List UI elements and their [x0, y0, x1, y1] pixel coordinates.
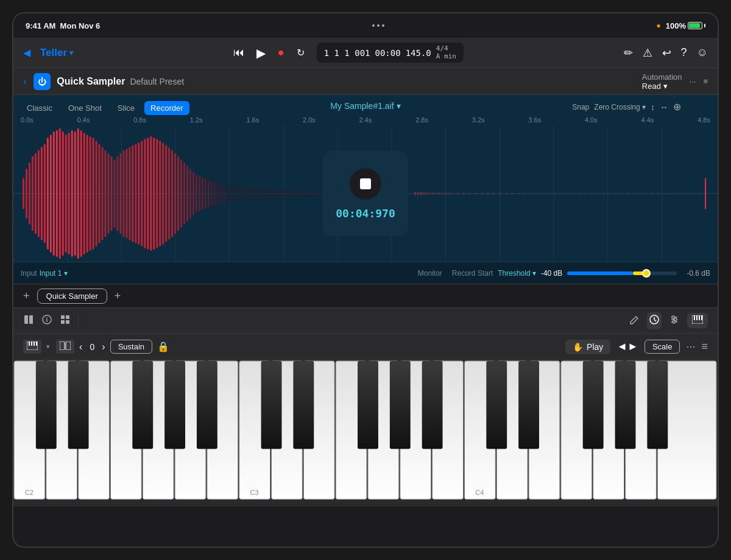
svg-rect-166 — [36, 341, 37, 346]
svg-rect-13 — [23, 178, 24, 209]
svg-rect-203 — [518, 361, 539, 449]
octave-down-button[interactable]: ‹ — [79, 341, 82, 352]
svg-rect-49 — [132, 145, 133, 242]
strum-icon[interactable]: ◄► — [616, 340, 638, 353]
threshold-type[interactable]: Threshold ▾ — [498, 269, 536, 278]
mode-classic[interactable]: Classic — [21, 101, 58, 115]
svg-rect-204 — [583, 361, 604, 449]
plugin-power-button[interactable]: ⏻ — [34, 73, 51, 90]
plugin-header-right: Automation Read ▾ ··· ≡ — [642, 72, 708, 91]
stop-recording-button[interactable] — [350, 168, 381, 200]
svg-rect-65 — [180, 159, 182, 228]
clock-active-icon[interactable] — [647, 312, 662, 329]
svg-rect-55 — [150, 136, 152, 250]
smiley-icon[interactable]: ☺ — [697, 46, 708, 59]
svg-rect-121 — [436, 192, 437, 195]
svg-rect-144 — [61, 315, 65, 319]
svg-rect-59 — [162, 143, 164, 245]
ruler-marks: 0.0s0.4s0.8s1.2s 1.6s2.0s2.4s2.8s 3.2s3.… — [21, 116, 710, 124]
svg-rect-97 — [278, 189, 280, 198]
play-mode-button[interactable]: ✋ Play — [565, 340, 610, 354]
svg-rect-125 — [448, 193, 450, 195]
automation-label: Automation — [642, 72, 682, 82]
svg-rect-107 — [308, 191, 309, 196]
keyboard-menu-button[interactable]: ≡ — [701, 340, 708, 353]
automation-value[interactable]: Read ▾ — [642, 82, 682, 91]
snap-value[interactable]: Zero Crossing ▾ — [594, 103, 646, 111]
piano-keyboard[interactable]: C2 C3 — [13, 360, 718, 506]
plugin-name-label: Quick Sampler — [57, 76, 125, 87]
svg-rect-14 — [26, 169, 27, 218]
mode-slice[interactable]: Slice — [111, 101, 141, 115]
svg-rect-106 — [305, 191, 306, 197]
sustain-button[interactable]: Sustain — [110, 340, 152, 354]
plugin-strip-add-right[interactable]: + — [115, 290, 121, 303]
transport-controls: ⏮ ▶ ● ↻ 1 1 1 001 00:00 145.0 4/4 A min — [233, 43, 464, 62]
plugin-menu-button[interactable]: ≡ — [703, 77, 708, 86]
threshold-slider[interactable] — [567, 271, 677, 275]
layout-icon[interactable] — [60, 314, 71, 327]
svg-rect-27 — [65, 135, 67, 252]
piano-toggle-icon[interactable] — [687, 313, 708, 328]
svg-rect-45 — [119, 153, 121, 234]
svg-rect-34 — [87, 135, 88, 252]
record-button[interactable]: ● — [278, 46, 284, 59]
mixer-icon[interactable] — [669, 314, 680, 327]
keyboard-more-button[interactable]: ··· — [686, 340, 695, 353]
main-toolbar: ◀ Teller ▾ ⏮ ▶ ● ↻ 1 1 1 001 00:00 145.0… — [13, 38, 718, 68]
help-icon[interactable]: ? — [681, 46, 687, 59]
alert-icon[interactable]: ⚠ — [643, 46, 652, 60]
record-overlay: 00:04:970 — [323, 151, 408, 236]
library-icon[interactable] — [23, 314, 34, 327]
plugin-back-button[interactable]: ‹ — [23, 76, 26, 87]
sample-name[interactable]: My Sample#1.aif ▾ — [330, 101, 400, 111]
svg-rect-164 — [31, 341, 32, 346]
svg-rect-103 — [295, 191, 297, 197]
waveform-ruler: 0.0s0.4s0.8s1.2s 1.6s2.0s2.4s2.8s 3.2s3.… — [13, 114, 718, 125]
keyboard-icon[interactable] — [23, 340, 41, 354]
svg-rect-178 — [132, 361, 153, 449]
play-button[interactable]: ▶ — [256, 46, 266, 60]
plugin-more-button[interactable]: ··· — [690, 77, 696, 86]
svg-rect-60 — [165, 145, 167, 242]
svg-rect-180 — [197, 361, 217, 449]
sampler-area: Classic One Shot Slice Recorder My Sampl… — [13, 95, 718, 284]
project-name[interactable]: Teller ▾ — [40, 47, 73, 59]
info-icon[interactable]: i — [41, 314, 52, 327]
pencil-icon[interactable]: ✏ — [624, 46, 633, 60]
scale-button[interactable]: Scale — [644, 340, 680, 354]
svg-rect-190 — [293, 361, 314, 449]
svg-rect-79 — [223, 184, 225, 203]
plugin-strip: + Quick Sampler + — [13, 284, 718, 308]
svg-text:C3: C3 — [250, 489, 259, 496]
lock-icon[interactable]: 🔒 — [157, 341, 169, 352]
loop-button[interactable]: ↻ — [297, 47, 305, 58]
rewind-button[interactable]: ⏮ — [233, 46, 244, 59]
input-value[interactable]: Input 1 ▾ — [40, 269, 68, 278]
mode-oneshot[interactable]: One Shot — [62, 101, 108, 115]
undo-icon[interactable]: ↩ — [662, 46, 671, 60]
svg-rect-85 — [241, 187, 243, 200]
split-keyboard-icon[interactable] — [56, 340, 74, 354]
svg-rect-87 — [247, 187, 249, 200]
expand-icon[interactable]: ↔ — [660, 102, 668, 112]
wifi-icon: ● — [657, 21, 661, 30]
plugin-strip-button[interactable]: Quick Sampler — [37, 289, 107, 304]
toolbar-back-button[interactable]: ◀ — [23, 47, 30, 58]
svg-rect-167 — [60, 341, 65, 350]
svg-rect-81 — [229, 186, 231, 201]
svg-rect-32 — [80, 130, 82, 257]
mode-recorder[interactable]: Recorder — [144, 101, 189, 115]
svg-point-154 — [672, 316, 674, 318]
snap-icon[interactable]: ↕ — [651, 102, 655, 112]
octave-up-button[interactable]: › — [102, 341, 105, 352]
svg-text:C2: C2 — [25, 489, 34, 496]
hand-icon: ✋ — [573, 342, 583, 352]
svg-rect-33 — [83, 133, 85, 254]
plugin-strip-add-left[interactable]: + — [23, 290, 30, 303]
record-start-label: Record Start — [452, 269, 493, 278]
edit-icon[interactable] — [629, 314, 640, 327]
add-marker-icon[interactable]: ⊕ — [673, 101, 681, 113]
svg-rect-43 — [113, 159, 115, 228]
svg-rect-58 — [159, 141, 161, 246]
